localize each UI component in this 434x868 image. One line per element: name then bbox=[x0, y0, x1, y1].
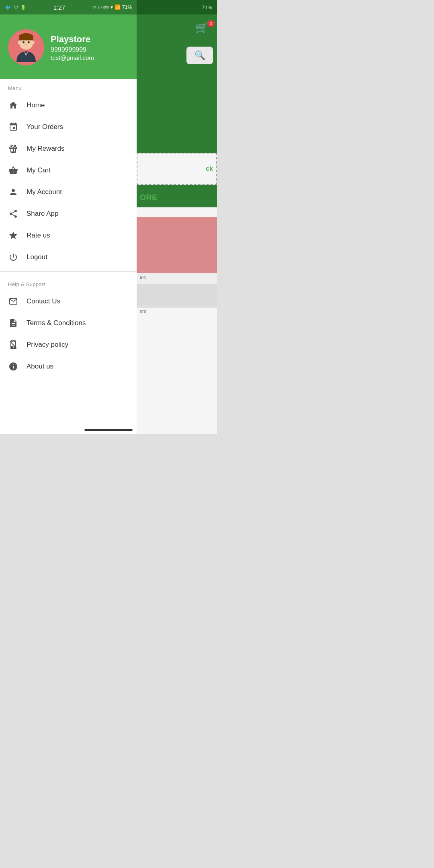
menu-section-label: Menu bbox=[0, 79, 137, 94]
signal-icon: 📶 bbox=[115, 4, 121, 10]
bg-product-area: ies ers bbox=[137, 217, 217, 305]
battery-percent: 71% bbox=[122, 4, 132, 10]
status-right-icons: 34.2 KiB/s ▾ 📶 71% bbox=[92, 4, 132, 10]
svg-point-6 bbox=[18, 41, 20, 44]
menu-label-terms: Terms & Conditions bbox=[27, 319, 86, 327]
data-speed: 34.2 KiB/s bbox=[92, 5, 109, 9]
menu-label-rate: Rate us bbox=[27, 231, 50, 240]
menu-label-home: Home bbox=[27, 101, 45, 109]
wifi-icon: ▾ bbox=[111, 4, 113, 10]
bg-ore-label: ORE bbox=[137, 193, 217, 202]
menu-label-orders: Your Orders bbox=[27, 123, 63, 131]
menu-item-terms[interactable]: Terms & Conditions bbox=[0, 312, 137, 334]
menu-label-rewards: My Rewards bbox=[27, 145, 64, 153]
menu-divider bbox=[0, 271, 137, 272]
menu-label-about: About us bbox=[27, 362, 53, 371]
menu-label-account: My Account bbox=[27, 188, 62, 196]
user-email: test@gmail.com bbox=[51, 54, 94, 61]
cart-icon bbox=[8, 165, 18, 176]
menu-item-about[interactable]: About us bbox=[0, 356, 137, 377]
status-left-icons: 🐦 🛡 🔋 bbox=[5, 4, 26, 10]
svg-point-4 bbox=[28, 41, 30, 43]
menu-label-contact: Contact Us bbox=[27, 297, 60, 305]
bg-content-green bbox=[137, 95, 217, 207]
bg-search-box: 🔍 bbox=[186, 47, 213, 64]
menu-item-home[interactable]: Home bbox=[0, 94, 137, 116]
drawer-menu: Menu Home Your Orders My Rewards bbox=[0, 79, 137, 434]
menu-item-orders[interactable]: Your Orders bbox=[0, 116, 137, 138]
drawer: Playstore 9999999999 test@gmail.com Menu… bbox=[0, 14, 137, 434]
battery-icon: 🔋 bbox=[20, 5, 26, 10]
status-bar: 🐦 🛡 🔋 1:27 34.2 KiB/s ▾ 📶 71% bbox=[0, 0, 137, 14]
menu-item-logout[interactable]: Logout bbox=[0, 246, 137, 268]
avatar-image bbox=[10, 31, 42, 63]
account-icon bbox=[8, 187, 18, 197]
contact-icon bbox=[8, 296, 18, 307]
logout-icon bbox=[8, 252, 18, 262]
terms-icon bbox=[8, 318, 18, 328]
svg-rect-2 bbox=[19, 37, 33, 41]
menu-label-logout: Logout bbox=[27, 253, 47, 261]
menu-item-contact[interactable]: Contact Us bbox=[0, 291, 137, 312]
about-icon bbox=[8, 361, 18, 372]
user-phone: 9999999999 bbox=[51, 46, 94, 53]
avatar bbox=[8, 29, 44, 66]
menu-label-privacy: Privacy policy bbox=[27, 341, 68, 349]
status-battery-right: 71% bbox=[202, 4, 212, 10]
privacy-icon bbox=[8, 340, 18, 350]
menu-item-privacy[interactable]: Privacy policy bbox=[0, 334, 137, 356]
status-time: 1:27 bbox=[53, 4, 65, 11]
menu-label-share: Share App bbox=[27, 210, 58, 218]
menu-item-cart[interactable]: My Cart bbox=[0, 160, 137, 181]
support-section-label: Help & Support bbox=[0, 275, 137, 291]
orders-icon bbox=[8, 122, 18, 132]
menu-item-share[interactable]: Share App bbox=[0, 203, 137, 225]
status-bar-right: 71% bbox=[137, 0, 217, 14]
bottom-bar-indicator bbox=[84, 429, 133, 431]
shield-icon: 🛡 bbox=[14, 5, 18, 10]
star-icon bbox=[8, 230, 18, 241]
home-icon bbox=[8, 100, 18, 111]
svg-point-3 bbox=[23, 41, 25, 43]
menu-item-rate[interactable]: Rate us bbox=[0, 225, 137, 246]
bg-promo-card: ck bbox=[137, 153, 217, 185]
user-name: Playstore bbox=[51, 34, 94, 45]
twitter-icon: 🐦 bbox=[5, 4, 11, 10]
menu-item-account[interactable]: My Account bbox=[0, 181, 137, 203]
rewards-icon bbox=[8, 143, 18, 154]
user-info: Playstore 9999999999 test@gmail.com bbox=[51, 34, 94, 61]
drawer-header: Playstore 9999999999 test@gmail.com bbox=[0, 14, 137, 79]
bg-cart-button: 🛒 0 bbox=[195, 22, 213, 39]
menu-label-cart: My Cart bbox=[27, 166, 51, 174]
svg-point-5 bbox=[25, 44, 27, 45]
svg-point-7 bbox=[32, 41, 34, 44]
menu-item-rewards[interactable]: My Rewards bbox=[0, 138, 137, 160]
cart-badge: 0 bbox=[207, 20, 215, 27]
share-icon bbox=[8, 209, 18, 219]
